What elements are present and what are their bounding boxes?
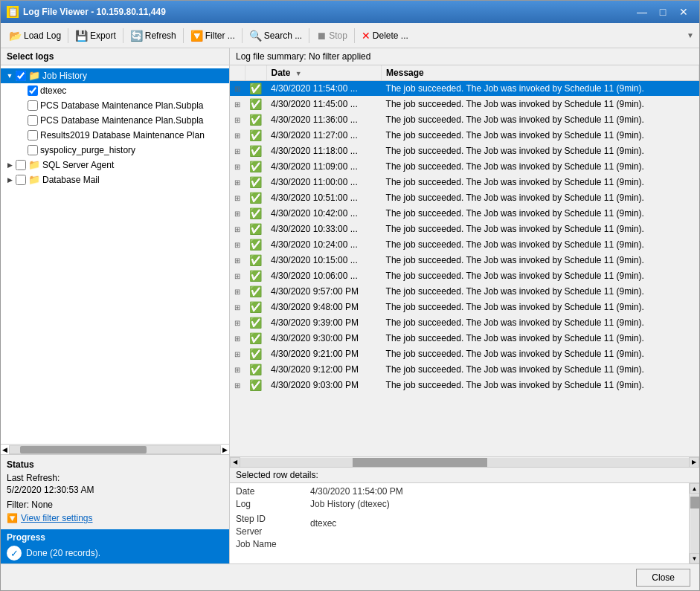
- row-expand[interactable]: ⊞: [230, 190, 245, 206]
- expand-row-icon[interactable]: ⊞: [234, 210, 240, 218]
- expand-row-icon[interactable]: ⊞: [234, 85, 240, 93]
- maximize-button[interactable]: □: [653, 4, 672, 19]
- details-scroll-up[interactable]: ▲: [690, 483, 700, 494]
- table-row[interactable]: ⊞ ✅ 4/30/2020 10:51:00 ... The job succe…: [230, 190, 699, 206]
- row-expand[interactable]: ⊞: [230, 143, 245, 159]
- expand-row-icon[interactable]: ⊞: [234, 147, 240, 155]
- log-scroll-thumb[interactable]: [353, 458, 487, 467]
- expand-row-icon[interactable]: ⊞: [234, 350, 240, 358]
- row-expand[interactable]: ⊞: [230, 237, 245, 253]
- expand-row-icon[interactable]: ⊞: [234, 272, 240, 280]
- view-filter-link[interactable]: View filter settings: [21, 513, 93, 523]
- toolbar-expand-icon[interactable]: ▼: [684, 26, 696, 45]
- table-row[interactable]: ⊞ ✅ 4/30/2020 9:30:00 PM The job succeed…: [230, 331, 699, 346]
- table-row[interactable]: ⊞ ✅ 4/30/2020 10:06:00 ... The job succe…: [230, 268, 699, 284]
- tree-checkbox-sql-agent[interactable]: [16, 160, 26, 170]
- table-row[interactable]: ⊞ ✅ 4/30/2020 11:00:00 ... The job succe…: [230, 175, 699, 190]
- details-scroll-track[interactable]: [690, 494, 699, 553]
- row-expand[interactable]: ⊞: [230, 378, 245, 393]
- table-row[interactable]: ⊞ ✅ 4/30/2020 9:57:00 PM The job succeed…: [230, 284, 699, 300]
- expand-row-icon[interactable]: ⊞: [234, 335, 240, 343]
- row-expand[interactable]: ⊞: [230, 284, 245, 300]
- tree-checkbox-db-mail[interactable]: [16, 175, 26, 185]
- row-expand[interactable]: ⊞: [230, 253, 245, 268]
- expand-icon[interactable]: ▼: [4, 70, 16, 82]
- table-row[interactable]: ⊞ ✅ 4/30/2020 10:15:00 ... The job succe…: [230, 253, 699, 268]
- minimize-button[interactable]: —: [632, 4, 652, 19]
- details-v-scrollbar[interactable]: ▲ ▼: [689, 483, 699, 563]
- expand-row-icon[interactable]: ⊞: [234, 319, 240, 327]
- table-row[interactable]: ⊞ ✅ 4/30/2020 9:03:00 PM The job succeed…: [230, 378, 699, 393]
- h-scrollbar-thumb[interactable]: [20, 446, 147, 453]
- horizontal-scrollbar[interactable]: ◀ ▶: [1, 444, 229, 454]
- expand-row-icon[interactable]: ⊞: [234, 288, 240, 296]
- row-expand[interactable]: ⊞: [230, 128, 245, 143]
- log-table-container[interactable]: Date ▼ Message ⊞ ✅ 4/30/2020 11:54:00 ..…: [230, 65, 699, 456]
- details-scroll-down[interactable]: ▼: [690, 553, 700, 563]
- table-row[interactable]: ⊞ ✅ 4/30/2020 11:45:00 ... The job succe…: [230, 97, 699, 112]
- search-button[interactable]: 🔍 Search ...: [244, 26, 307, 45]
- table-row[interactable]: ⊞ ✅ 4/30/2020 11:09:00 ... The job succe…: [230, 159, 699, 175]
- scroll-left-btn[interactable]: ◀: [1, 446, 9, 453]
- tree-checkbox-pcs1[interactable]: [28, 100, 38, 111]
- expand-row-icon[interactable]: ⊞: [234, 241, 240, 249]
- tree-item-syspolicy[interactable]: syspolicy_purge_history: [1, 143, 229, 158]
- tree-checkbox-pcs2[interactable]: [28, 115, 38, 126]
- table-row[interactable]: ⊞ ✅ 4/30/2020 10:33:00 ... The job succe…: [230, 222, 699, 237]
- row-expand[interactable]: ⊞: [230, 175, 245, 190]
- table-row[interactable]: ⊞ ✅ 4/30/2020 10:42:00 ... The job succe…: [230, 206, 699, 222]
- tree-item-job-history[interactable]: ▼📁Job History: [1, 68, 229, 83]
- tree-checkbox-results2019[interactable]: [28, 130, 38, 141]
- tree-item-dtexec[interactable]: dtexec: [1, 83, 229, 98]
- log-scroll-right[interactable]: ▶: [689, 457, 699, 468]
- log-h-scrollbar[interactable]: ◀ ▶: [230, 456, 699, 467]
- expand-icon[interactable]: ▶: [4, 159, 16, 171]
- row-expand[interactable]: ⊞: [230, 268, 245, 284]
- row-expand[interactable]: ⊞: [230, 222, 245, 237]
- row-expand[interactable]: ⊞: [230, 206, 245, 222]
- expand-row-icon[interactable]: ⊞: [234, 303, 240, 311]
- table-row[interactable]: ⊞ ✅ 4/30/2020 11:27:00 ... The job succe…: [230, 128, 699, 143]
- expand-row-icon[interactable]: ⊞: [234, 381, 240, 390]
- tree-checkbox-syspolicy[interactable]: [28, 145, 38, 155]
- details-scroll-thumb[interactable]: [690, 497, 699, 508]
- h-scrollbar-track[interactable]: [9, 445, 221, 454]
- table-row[interactable]: ⊞ ✅ 4/30/2020 9:39:00 PM The job succeed…: [230, 315, 699, 331]
- col-date[interactable]: Date ▼: [266, 65, 382, 81]
- delete-button[interactable]: ✕ Delete ...: [356, 26, 414, 45]
- tree-item-db-mail[interactable]: ▶📁Database Mail: [1, 172, 229, 187]
- row-expand[interactable]: ⊞: [230, 159, 245, 175]
- log-scroll-left[interactable]: ◀: [230, 457, 240, 468]
- row-expand[interactable]: ⊞: [230, 300, 245, 315]
- table-row[interactable]: ⊞ ✅ 4/30/2020 9:21:00 PM The job succeed…: [230, 346, 699, 362]
- row-expand[interactable]: ⊞: [230, 331, 245, 346]
- load-log-button[interactable]: 📂 Load Log: [4, 26, 66, 45]
- table-row[interactable]: ⊞ ✅ 4/30/2020 10:24:00 ... The job succe…: [230, 237, 699, 253]
- expand-row-icon[interactable]: ⊞: [234, 256, 240, 265]
- expand-row-icon[interactable]: ⊞: [234, 163, 240, 171]
- tree-checkbox-dtexec[interactable]: [28, 85, 38, 96]
- table-row[interactable]: ⊞ ✅ 4/30/2020 9:12:00 PM The job succeed…: [230, 362, 699, 378]
- log-scroll-track[interactable]: [240, 458, 689, 467]
- row-expand[interactable]: ⊞: [230, 362, 245, 378]
- stop-button[interactable]: ⏹ Stop: [311, 26, 353, 45]
- col-message[interactable]: Message: [382, 65, 699, 81]
- close-window-button[interactable]: ✕: [674, 4, 693, 19]
- filter-button[interactable]: 🔽 Filter ...: [185, 26, 240, 45]
- expand-row-icon[interactable]: ⊞: [234, 178, 240, 187]
- expand-row-icon[interactable]: ⊞: [234, 100, 240, 109]
- export-button[interactable]: 💾 Export: [70, 26, 121, 45]
- table-row[interactable]: ⊞ ✅ 4/30/2020 11:18:00 ... The job succe…: [230, 143, 699, 159]
- refresh-button[interactable]: 🔄 Refresh: [125, 26, 182, 45]
- row-expand[interactable]: ⊞: [230, 346, 245, 362]
- row-expand[interactable]: ⊞: [230, 112, 245, 128]
- table-row[interactable]: ⊞ ✅ 4/30/2020 9:48:00 PM The job succeed…: [230, 300, 699, 315]
- tree-item-pcs1[interactable]: PCS Database Maintenance Plan.Subpla: [1, 98, 229, 113]
- row-expand[interactable]: ⊞: [230, 97, 245, 112]
- tree-item-sql-agent[interactable]: ▶📁SQL Server Agent: [1, 158, 229, 172]
- expand-row-icon[interactable]: ⊞: [234, 116, 240, 124]
- tree-item-pcs2[interactable]: PCS Database Maintenance Plan.Subpla: [1, 113, 229, 128]
- row-expand[interactable]: ⊞: [230, 315, 245, 331]
- expand-row-icon[interactable]: ⊞: [234, 225, 240, 233]
- close-button[interactable]: Close: [636, 569, 690, 587]
